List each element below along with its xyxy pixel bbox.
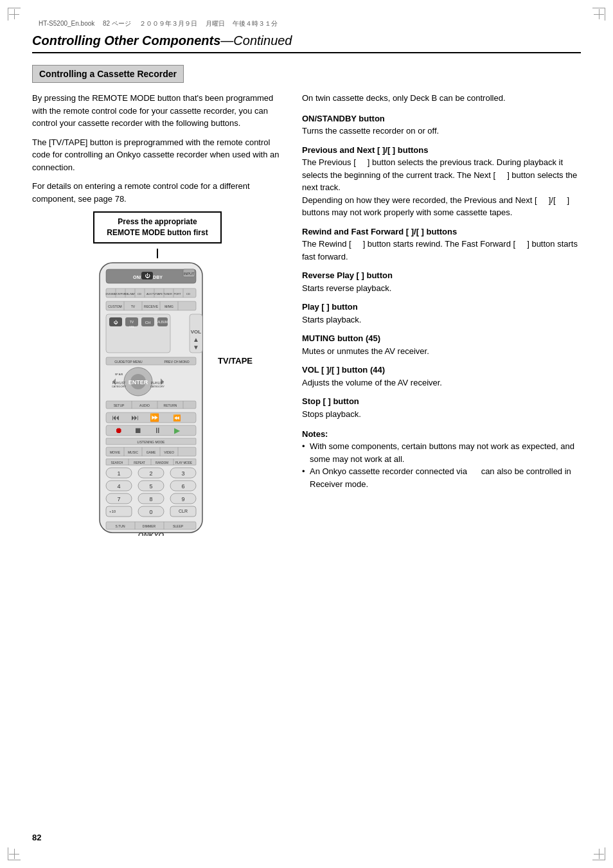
button-title-4: Play [ ] button xyxy=(302,301,581,314)
svg-text:ENTER: ENTER xyxy=(129,379,148,385)
svg-text:⏻: ⏻ xyxy=(114,320,118,324)
button-title-7: Stop [ ] button xyxy=(302,395,581,408)
svg-text:DIMMER: DIMMER xyxy=(143,524,156,528)
svg-text:CUSTOM: CUSTOM xyxy=(108,305,122,308)
svg-text:⏹: ⏹ xyxy=(134,426,142,435)
svg-text:9: 9 xyxy=(181,496,184,502)
notes-list: With some components, certain buttons ma… xyxy=(302,440,581,490)
button-desc-7: Stop [ ] button Stops playback. xyxy=(302,395,581,420)
crosshair-tl xyxy=(9,9,19,19)
button-body-1: The Previous [ ] button selects the prev… xyxy=(302,156,581,219)
button-body-6: Adjusts the volume of the AV receiver. xyxy=(302,376,581,389)
button-desc-3: Reverse Play [ ] button Starts reverse p… xyxy=(302,269,581,294)
svg-text:8: 8 xyxy=(149,496,152,502)
button-title-5: MUTING button (45) xyxy=(302,332,581,345)
svg-text:TV/TAPE: TV/TAPE xyxy=(152,292,163,296)
svg-text:ALBUM: ALBUM xyxy=(157,321,168,324)
page-title-main: Controlling Other Components xyxy=(32,33,220,48)
svg-text:MOVIE: MOVIE xyxy=(110,450,121,454)
svg-text:PORT: PORT xyxy=(173,292,181,296)
button-desc-6: VOL [ ]/[ ] button (44) Adjusts the volu… xyxy=(302,364,581,389)
svg-text:CLR: CLR xyxy=(179,509,188,513)
button-desc-5: MUTING button (45) Mutes or unmutes the … xyxy=(302,332,581,357)
svg-text:TUNER: TUNER xyxy=(163,292,172,296)
svg-text:CATEGORY: CATEGORY xyxy=(112,385,126,388)
remote-diagram: TV/TAPE ON/STANDBY ⏻ INPUT xyxy=(93,260,222,538)
remote-diagram-area: Press the appropriateREMOTE MODE button … xyxy=(32,211,283,538)
svg-text:⏻: ⏻ xyxy=(145,273,150,279)
button-body-4: Starts playback. xyxy=(302,314,581,326)
svg-text:SETUP: SETUP xyxy=(114,403,125,407)
svg-text:+10: +10 xyxy=(109,509,116,513)
svg-text:⏺: ⏺ xyxy=(115,426,123,435)
svg-text:⏭: ⏭ xyxy=(131,413,139,422)
svg-text:CD: CD xyxy=(138,292,141,296)
meta-file: HT-S5200_En.book xyxy=(39,20,94,27)
left-para1: By pressing the REMOTE MODE button that'… xyxy=(32,92,283,130)
svg-text:GUIDE/TOP MENU: GUIDE/TOP MENU xyxy=(114,360,143,364)
svg-text:⏪: ⏪ xyxy=(173,414,181,422)
button-body-5: Mutes or unmutes the AV receiver. xyxy=(302,345,581,358)
svg-text:6: 6 xyxy=(181,483,184,490)
remote-svg: ON/STANDBY ⏻ INPUT xyxy=(93,260,222,536)
svg-text:5: 5 xyxy=(149,483,152,490)
notes-item-0: With some components, certain buttons ma… xyxy=(302,440,581,465)
meta-date: ２００９年３月９日 xyxy=(139,20,197,27)
button-body-2: The Rewind [ ] button starts rewind. The… xyxy=(302,238,581,263)
callout-box: Press the appropriateREMOTE MODE button … xyxy=(93,211,222,244)
meta-page: 82 xyxy=(103,20,110,27)
svg-text:SEARCH: SEARCH xyxy=(111,461,123,465)
svg-text:3: 3 xyxy=(181,470,184,477)
svg-text:7: 7 xyxy=(117,496,120,502)
button-desc-0: ON/STANDBY button Turns the cassette rec… xyxy=(302,112,581,137)
notes-item-1: An Onkyo cassette recorder connected via… xyxy=(302,465,581,490)
svg-text:RECEIVE: RECEIVE xyxy=(144,305,159,308)
svg-text:⏮: ⏮ xyxy=(112,413,120,422)
svg-text:CATEGORY: CATEGORY xyxy=(150,385,164,388)
button-title-1: Previous and Next [ ]/[ ] buttons xyxy=(302,144,581,157)
svg-text:TV: TV xyxy=(130,320,134,324)
svg-text:▶: ▶ xyxy=(174,426,181,435)
left-para2: The [TV/TAPE] button is preprogrammed wi… xyxy=(32,136,283,174)
page-number: 82 xyxy=(32,833,41,842)
svg-text:SP A/B: SP A/B xyxy=(115,373,123,376)
svg-text:CBL/SAT: CBL/SAT xyxy=(125,292,136,296)
svg-text:M/MG: M/MG xyxy=(164,305,173,308)
button-title-6: VOL [ ]/[ ] button (44) xyxy=(302,364,581,376)
left-column: By pressing the REMOTE MODE button that'… xyxy=(32,92,283,538)
svg-text:PREV CH MONO: PREV CH MONO xyxy=(164,360,189,364)
svg-text:AUX: AUX xyxy=(147,292,152,296)
button-title-0: ON/STANDBY button xyxy=(302,112,581,125)
svg-text:INPUT: INPUT xyxy=(184,272,195,276)
tv-tape-label: TV/TAPE xyxy=(218,356,253,366)
svg-text:▼: ▼ xyxy=(193,344,199,351)
svg-text:VIDEO: VIDEO xyxy=(164,450,174,454)
page: HT-S5200_En.book 82 ページ ２００９年３月９日 月曜日 午後… xyxy=(0,0,613,868)
svg-text:RETURN: RETURN xyxy=(164,403,177,407)
button-body-0: Turns the cassette recorder on or off. xyxy=(302,125,581,137)
svg-text:0: 0 xyxy=(149,509,152,515)
svg-text:GAME: GAME xyxy=(147,450,156,454)
svg-text:S.TUN: S.TUN xyxy=(116,524,125,528)
svg-text:2: 2 xyxy=(149,470,152,477)
svg-text:VOL: VOL xyxy=(129,325,135,328)
page-title-subtitle: —Continued xyxy=(220,33,292,48)
notes-title: Notes: xyxy=(302,429,581,439)
svg-text:⏸: ⏸ xyxy=(154,426,161,435)
right-column: On twin cassette decks, only Deck B can … xyxy=(302,92,581,490)
svg-text:AUDIO: AUDIO xyxy=(139,403,150,407)
button-title-2: Rewind and Fast Forward [ ]/[ ] buttons xyxy=(302,226,581,238)
page-title: Controlling Other Components—Continued xyxy=(32,33,292,48)
crosshair-br xyxy=(594,849,604,859)
crosshair-tr xyxy=(594,9,604,19)
button-desc-4: Play [ ] button Starts playback. xyxy=(302,301,581,326)
button-title-3: Reverse Play [ ] button xyxy=(302,269,581,282)
crosshair-bl xyxy=(9,849,19,859)
svg-text:MUSIC: MUSIC xyxy=(128,450,139,454)
left-para3: For details on entering a remote control… xyxy=(32,180,283,205)
svg-text:4: 4 xyxy=(117,483,120,490)
button-body-3: Starts reverse playback. xyxy=(302,282,581,295)
button-desc-2: Rewind and Fast Forward [ ]/[ ] buttons … xyxy=(302,226,581,263)
notes-section: Notes: With some components, certain but… xyxy=(302,429,581,490)
svg-text:RANDOM: RANDOM xyxy=(155,461,168,465)
